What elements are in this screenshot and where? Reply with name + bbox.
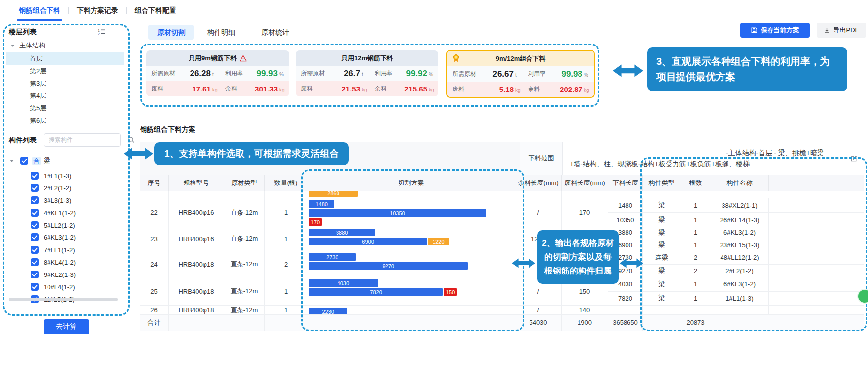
horizontal-scrollbar[interactable] <box>9 298 118 301</box>
double-arrow-icon <box>613 62 643 79</box>
cell-details: 1480梁138#XL2(1-1)10350梁126#KL14(1-3) <box>608 198 864 227</box>
total-cell <box>769 315 864 331</box>
cell-cut-length <box>608 306 643 314</box>
cell-component-name: 6#KL3(1-2) <box>711 277 769 291</box>
main-tab-3[interactable]: 原材统计 <box>248 25 302 40</box>
column-header: 构件类型 <box>643 175 680 191</box>
checkbox-icon[interactable] <box>31 172 39 180</box>
floor-item[interactable]: 第5层 <box>6 102 124 114</box>
checkbox-icon[interactable] <box>31 209 39 217</box>
cut-bar: 3880 <box>309 229 375 236</box>
save-plan-button[interactable]: 保存当前方案 <box>740 23 810 38</box>
checkbox-icon[interactable] <box>20 157 28 165</box>
total-cell <box>643 315 680 331</box>
floor-item[interactable]: 第4层 <box>6 90 124 102</box>
checkbox-icon[interactable] <box>31 221 39 229</box>
calculate-button[interactable]: 去计算 <box>44 319 89 334</box>
main-tab-1[interactable]: 原材切割 <box>148 25 194 40</box>
top-tab-bar: 钢筋组合下料下料方案记录组合下料配置 <box>0 0 868 21</box>
material-value: 26.28 <box>182 69 211 79</box>
cell <box>169 191 224 198</box>
plan-card-materials-row: 所需原材26.7t利用率99.92% <box>296 66 438 81</box>
floor-item[interactable]: 第6层 <box>6 114 124 127</box>
checkbox-icon[interactable] <box>31 258 39 266</box>
rate-unit: % <box>427 70 438 77</box>
cut-bar: 7820 <box>309 288 443 296</box>
checkbox-icon[interactable] <box>31 233 39 241</box>
top-tab-2[interactable]: 下料方案记录 <box>69 0 126 21</box>
component-item[interactable]: 4#KL1(1-2) <box>31 208 76 218</box>
cell-quantity: 1 <box>265 227 307 251</box>
component-item[interactable]: 7#LL1(1-2) <box>31 245 75 255</box>
plan-card-3[interactable]: 9m/12m组合下料所需原材26.67t利用率99.98%废料5.18kg余料2… <box>446 50 595 98</box>
sidebar: 楼层列表 12 主体结构 首层第2层第3层第4层第5层第6层 构件列表 合 梁 … <box>0 21 134 365</box>
cell-root-count: 1 <box>680 277 711 291</box>
search-input[interactable] <box>44 137 128 143</box>
checkbox-icon[interactable] <box>31 184 39 192</box>
caret-down-icon <box>11 45 15 47</box>
component-label: 4#KL1(1-2) <box>44 209 76 217</box>
component-item[interactable]: 2#L2(1-2) <box>31 183 71 193</box>
table-row-partial: 2860 <box>140 191 864 198</box>
checkbox-icon[interactable] <box>31 271 39 278</box>
waste-label: 废料 <box>146 85 182 93</box>
cell-filler <box>769 292 864 306</box>
double-arrow-icon <box>620 256 643 270</box>
top-tab-1[interactable]: 钢筋组合下料 <box>11 0 68 21</box>
sort-icon[interactable]: 12 <box>98 28 105 38</box>
total-cell <box>307 315 515 331</box>
component-item[interactable]: 8#KL4(1-2) <box>31 257 76 267</box>
material-unit: t <box>211 70 222 77</box>
component-item[interactable]: 10#L4(1-2) <box>31 282 75 292</box>
rate-label: 利用率 <box>222 69 249 78</box>
edit-icon[interactable] <box>844 142 864 175</box>
floor-item[interactable]: 第2层 <box>6 65 124 77</box>
rate-label: 利用率 <box>372 69 398 78</box>
material-label: 所需原材 <box>146 69 182 78</box>
floor-item[interactable]: 第3层 <box>6 77 124 90</box>
component-item[interactable]: 6#KL3(1-2) <box>31 232 76 242</box>
component-label: 5#LL2(1-2) <box>44 222 75 229</box>
top-tab-3[interactable]: 组合下料配置 <box>127 0 184 21</box>
component-item[interactable]: 9#KL2(1-3) <box>31 270 76 279</box>
column-header: 数量(根) <box>265 175 307 191</box>
range-line2: +墙-结构、柱、现浇板-结构+板受力筋+板负筋+板缝、楼梯 <box>566 158 841 169</box>
cell-component-type: 梁 <box>643 292 680 306</box>
cell-serial: 23 <box>140 227 169 251</box>
search-icon[interactable] <box>128 137 139 143</box>
cell-filler <box>769 213 864 227</box>
table-row: 26HRB400φ18直条-12m12230/140 <box>140 306 864 315</box>
checkbox-icon[interactable] <box>31 246 39 254</box>
annotation-2: 2、输出各规格原材的切割方案以及每根钢筋的构件归属 <box>537 230 619 284</box>
cell-surplus-length: / <box>515 306 562 314</box>
checkbox-icon[interactable] <box>31 196 39 204</box>
cell-component-type: 梁 <box>643 239 680 251</box>
tree-node-structure[interactable]: 主体结构 <box>11 41 45 50</box>
component-item[interactable]: 1#L1(1-3) <box>31 171 71 181</box>
column-header <box>769 175 864 191</box>
tree-node-beam-group[interactable]: 合 梁 <box>10 156 50 165</box>
avatar[interactable] <box>857 289 868 304</box>
detail-subrow: 10350梁126#KL14(1-3) <box>608 213 864 227</box>
cut-bar: 9270 <box>309 262 468 270</box>
component-item[interactable]: 3#L3(1-3) <box>31 195 71 205</box>
export-pdf-button[interactable]: 导出PDF <box>817 23 866 38</box>
component-item[interactable]: 5#LL2(1-2) <box>31 220 75 230</box>
range-line1: -主体结构-首层 - 梁、挑檐+暗梁 <box>566 147 841 158</box>
section-title: 钢筋组合下料方案 <box>140 125 195 134</box>
plan-card-1[interactable]: 只用9m钢筋下料所需原材26.28t利用率99.93%废料17.61kg余料30… <box>146 50 289 96</box>
cell-serial: 26 <box>140 306 169 314</box>
component-label: 8#KL4(1-2) <box>44 259 76 266</box>
cell-waste-length: 140 <box>562 306 608 314</box>
checkbox-icon[interactable] <box>31 283 39 291</box>
plan-card-title: 9m/12m组合下料 <box>447 51 594 66</box>
caret-down-icon <box>10 160 14 162</box>
total-cell: 20873 <box>680 315 711 331</box>
main-tab-2[interactable]: 构件明细 <box>194 25 248 40</box>
floor-item[interactable]: 首层 <box>6 52 124 65</box>
cell-root-count: 1 <box>680 292 711 306</box>
group-badge: 合 <box>32 157 41 165</box>
surplus-unit: kg <box>427 85 438 92</box>
plan-card-2[interactable]: 只用12m钢筋下料所需原材26.7t利用率99.92%废料21.53kg余料21… <box>296 50 438 96</box>
component-label: 10#L4(1-2) <box>44 283 75 291</box>
